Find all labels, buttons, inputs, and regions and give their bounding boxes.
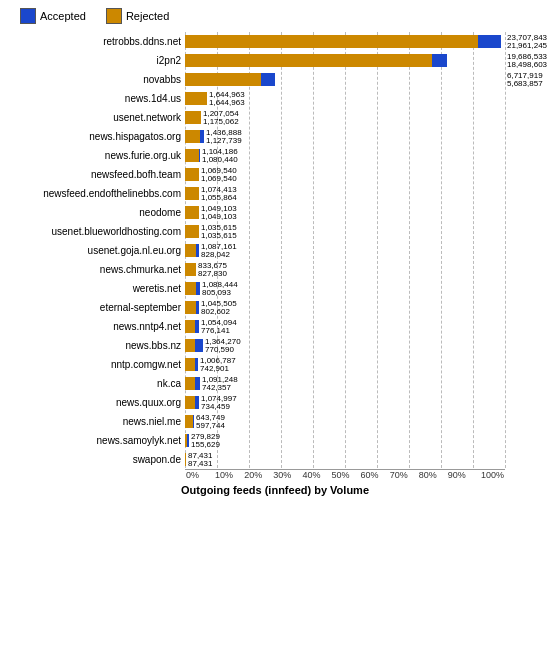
bar-label: retrobbs.ddns.net (10, 36, 185, 47)
bar-label: i2pn2 (10, 55, 185, 66)
bar-values: 1,644,9631,644,963 (209, 91, 245, 109)
rejected-bar (185, 453, 186, 466)
bar-label: news.nntp4.net (10, 321, 185, 332)
bar-track: 1,074,4131,055,864 (185, 187, 505, 200)
bar-track: 643,749597,744 (185, 415, 505, 428)
bar-values: 1,436,8881,127,739 (206, 129, 242, 147)
bar-row: news.quux.org1,074,997734,459 (10, 393, 540, 411)
bar-values: 1,035,6151,035,615 (201, 224, 237, 242)
bar-row: retrobbs.ddns.net23,707,84321,961,245 (10, 32, 540, 50)
bar-row: news.nntp4.net1,054,094776,141 (10, 317, 540, 335)
bar-row: eternal-september1,045,505802,602 (10, 298, 540, 316)
x-axis-label: 100% (476, 469, 505, 480)
x-axis-label: 40% (301, 469, 330, 480)
bar-values: 1,069,5401,069,540 (201, 167, 237, 185)
bar-values: 643,749597,744 (196, 414, 225, 432)
bar-row: weretis.net1,088,444805,093 (10, 279, 540, 297)
bar-values: 1,049,1031,049,103 (201, 205, 237, 223)
bar-values: 87,43187,431 (188, 452, 212, 470)
bar-values: 1,104,1861,080,440 (202, 148, 238, 166)
bar-values: 1,074,4131,055,864 (201, 186, 237, 204)
bar-track: 6,717,9195,683,857 (185, 73, 505, 86)
bar-values: 1,091,248742,357 (202, 376, 238, 394)
bar-values: 1,074,997734,459 (201, 395, 237, 413)
chart-legend: Accepted Rejected (10, 8, 540, 24)
x-axis-label: 90% (447, 469, 476, 480)
bar-track: 1,364,270770,590 (185, 339, 505, 352)
bar-track: 1,436,8881,127,739 (185, 130, 505, 143)
rejected-bar (185, 358, 195, 371)
rejected-bar (185, 415, 193, 428)
bar-track: 1,054,094776,141 (185, 320, 505, 333)
x-axis-label: 0% (185, 469, 214, 480)
bar-label: usenet.network (10, 112, 185, 123)
rejected-bar (185, 225, 199, 238)
legend-accepted-label: Accepted (40, 10, 86, 22)
bar-label: news.hispagatos.org (10, 131, 185, 142)
bar-track: 87,43187,431 (185, 453, 505, 466)
bar-track: 279,829155,629 (185, 434, 505, 447)
bar-row: novabbs6,717,9195,683,857 (10, 70, 540, 88)
rejected-bar (185, 130, 200, 143)
legend-rejected-box (106, 8, 122, 24)
rejected-bar (185, 339, 195, 352)
bar-row: news.samoylyk.net279,829155,629 (10, 431, 540, 449)
rejected-bar (185, 377, 195, 390)
legend-rejected-label: Rejected (126, 10, 169, 22)
bar-track: 1,045,505802,602 (185, 301, 505, 314)
bar-label: news.niel.me (10, 416, 185, 427)
legend-accepted: Accepted (20, 8, 86, 24)
bar-row: news.bbs.nz1,364,270770,590 (10, 336, 540, 354)
bar-row: usenet.network1,207,0541,175,062 (10, 108, 540, 126)
bar-label: usenet.goja.nl.eu.org (10, 245, 185, 256)
rejected-bar (185, 187, 199, 200)
bar-label: nntp.comgw.net (10, 359, 185, 370)
bar-label: news.furie.org.uk (10, 150, 185, 161)
bar-row: newsfeed.endofthelinebbs.com1,074,4131,0… (10, 184, 540, 202)
bar-row: i2pn219,686,53318,498,603 (10, 51, 540, 69)
bar-label: usenet.blueworldhosting.com (10, 226, 185, 237)
x-axis-label: 20% (243, 469, 272, 480)
bar-row: usenet.blueworldhosting.com1,035,6151,03… (10, 222, 540, 240)
bar-track: 23,707,84321,961,245 (185, 35, 505, 48)
rejected-bar (185, 320, 195, 333)
bar-track: 1,069,5401,069,540 (185, 168, 505, 181)
bar-track: 833,675827,830 (185, 263, 505, 276)
rejected-bar (185, 149, 199, 162)
bar-row: newsfeed.bofh.team1,069,5401,069,540 (10, 165, 540, 183)
bar-values: 1,045,505802,602 (201, 300, 237, 318)
bar-track: 1,006,787742,901 (185, 358, 505, 371)
bar-row: swapon.de87,43187,431 (10, 450, 540, 468)
bar-track: 1,091,248742,357 (185, 377, 505, 390)
bar-label: news.chmurka.net (10, 264, 185, 275)
bar-row: news.furie.org.uk1,104,1861,080,440 (10, 146, 540, 164)
rejected-bar (185, 434, 187, 447)
bar-track: 1,049,1031,049,103 (185, 206, 505, 219)
bar-track: 1,074,997734,459 (185, 396, 505, 409)
bar-label: neodome (10, 207, 185, 218)
rejected-bar (185, 92, 207, 105)
rejected-bar (185, 301, 196, 314)
bar-values: 833,675827,830 (198, 262, 227, 280)
bar-values: 1,364,270770,590 (205, 338, 241, 356)
bar-values: 1,088,444805,093 (202, 281, 238, 299)
x-axis-label: 70% (389, 469, 418, 480)
bar-label: newsfeed.bofh.team (10, 169, 185, 180)
bar-values: 279,829155,629 (191, 433, 220, 451)
chart-title: Outgoing feeds (innfeed) by Volume (10, 484, 540, 496)
bar-row: usenet.goja.nl.eu.org1,087,161828,042 (10, 241, 540, 259)
bar-row: nk.ca1,091,248742,357 (10, 374, 540, 392)
rejected-bar (185, 263, 196, 276)
rejected-bar (185, 35, 478, 48)
rejected-bar (185, 168, 199, 181)
x-axis-label: 50% (330, 469, 359, 480)
bar-track: 19,686,53318,498,603 (185, 54, 505, 67)
rejected-bar (185, 54, 432, 67)
rejected-bar (185, 206, 199, 219)
bar-values: 1,087,161828,042 (201, 243, 237, 261)
bar-row: news.niel.me643,749597,744 (10, 412, 540, 430)
bar-track: 1,088,444805,093 (185, 282, 505, 295)
bar-track: 1,104,1861,080,440 (185, 149, 505, 162)
x-axis-label: 30% (272, 469, 301, 480)
bar-label: news.quux.org (10, 397, 185, 408)
